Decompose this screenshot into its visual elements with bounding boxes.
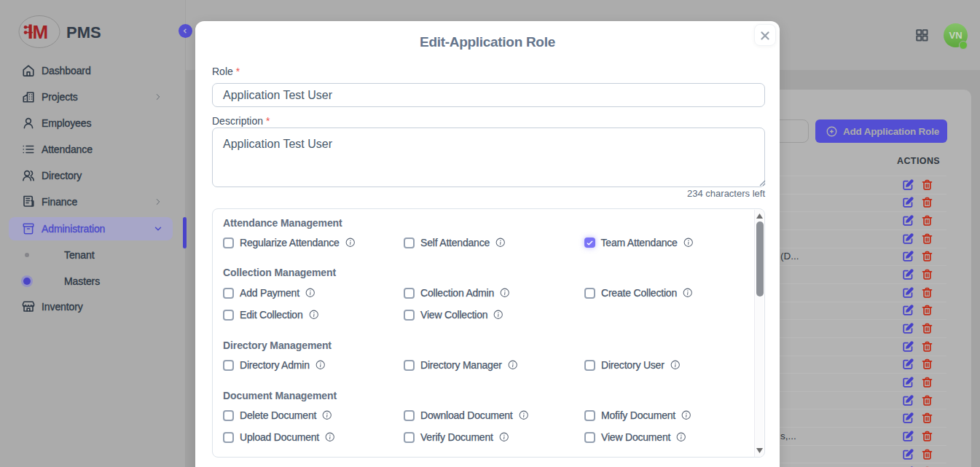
svg-text:M: M	[33, 21, 49, 43]
